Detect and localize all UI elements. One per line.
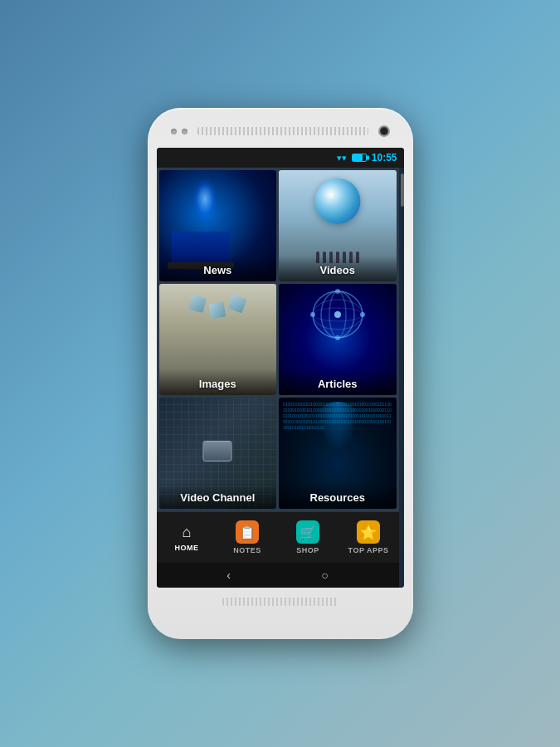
- tile-resources[interactable]: 0100101001011001010010100101100101001010…: [279, 398, 397, 509]
- battery-icon: [352, 154, 367, 162]
- front-camera: [378, 125, 390, 137]
- speaker-grille: [197, 127, 368, 135]
- topapps-icon-wrapper: ⭐: [357, 520, 380, 544]
- speaker-dot: [171, 129, 177, 134]
- tile-images[interactable]: Images: [159, 284, 277, 395]
- android-home-button[interactable]: ○: [321, 569, 328, 582]
- news-glow: [192, 178, 217, 220]
- nav-home[interactable]: ⌂ HOME: [157, 512, 217, 563]
- cube-area: [190, 296, 245, 318]
- scrollbar[interactable]: [399, 168, 404, 588]
- nav-shop[interactable]: 🛒 SHOP: [278, 512, 338, 563]
- tile-news-label: News: [159, 256, 277, 281]
- android-nav-bar: ‹ ○: [157, 563, 399, 588]
- home-icon: ⌂: [183, 524, 192, 541]
- tile-articles-label: Articles: [279, 369, 397, 395]
- notes-icon: 📋: [239, 525, 256, 540]
- shop-icon-wrapper: 🛒: [296, 520, 319, 544]
- svg-point-6: [310, 312, 315, 317]
- battery-indicator: [352, 154, 367, 162]
- tile-news[interactable]: News: [159, 170, 277, 281]
- speaker-dots: [171, 129, 187, 134]
- nav-home-label: HOME: [175, 544, 199, 552]
- bottom-nav: ⌂ HOME 📋 NOTES 🛒: [157, 511, 399, 563]
- phone-top-bar: [154, 115, 407, 148]
- nav-topapps-label: TOP APPS: [348, 546, 389, 554]
- scroll-thumb[interactable]: [401, 173, 404, 207]
- screen-content: News: [157, 168, 404, 588]
- nav-notes[interactable]: 📋 NOTES: [217, 512, 278, 563]
- svg-point-5: [334, 311, 341, 318]
- tile-articles[interactable]: Articles: [279, 284, 397, 395]
- speaker-dot-2: [182, 129, 187, 134]
- tile-resources-label: Resources: [279, 483, 397, 509]
- back-button[interactable]: ‹: [226, 569, 231, 582]
- tile-videos[interactable]: Videos: [279, 170, 397, 281]
- main-content: News: [157, 168, 399, 588]
- tile-videos-label: Videos: [279, 256, 397, 281]
- nav-notes-label: NOTES: [233, 546, 261, 554]
- cube-2: [209, 302, 226, 320]
- status-bar: ▾▾ 10:55: [157, 148, 404, 168]
- svg-point-8: [335, 289, 340, 294]
- nav-topapps[interactable]: ⭐ TOP APPS: [338, 512, 399, 563]
- nav-shop-label: SHOP: [296, 546, 319, 554]
- chip-icon: [203, 441, 232, 461]
- tiles-grid: News: [157, 168, 399, 511]
- shop-icon: 🛒: [299, 525, 316, 540]
- topapps-icon: ⭐: [360, 525, 377, 540]
- tile-channel-label: Video Channel: [159, 483, 277, 509]
- phone-bottom: [154, 588, 407, 609]
- phone-screen: ▾▾ 10:55 News: [157, 148, 404, 588]
- binary-text: 0100101001011001010010100101100101001010…: [283, 402, 392, 491]
- svg-point-9: [335, 335, 340, 340]
- phone-device: ▾▾ 10:55 News: [148, 108, 413, 639]
- battery-fill: [353, 154, 363, 161]
- neural-svg: [309, 288, 367, 342]
- wifi-icon: ▾▾: [337, 153, 347, 164]
- svg-point-7: [360, 312, 365, 317]
- tile-images-label: Images: [159, 369, 277, 395]
- cube-3: [228, 294, 247, 313]
- notes-icon-wrapper: 📋: [236, 520, 259, 544]
- cube-1: [188, 295, 207, 313]
- status-time: 10:55: [372, 152, 397, 164]
- globe-icon: [314, 178, 360, 224]
- tile-channel[interactable]: Video Channel: [159, 398, 277, 509]
- bottom-speaker-grille: [222, 598, 338, 606]
